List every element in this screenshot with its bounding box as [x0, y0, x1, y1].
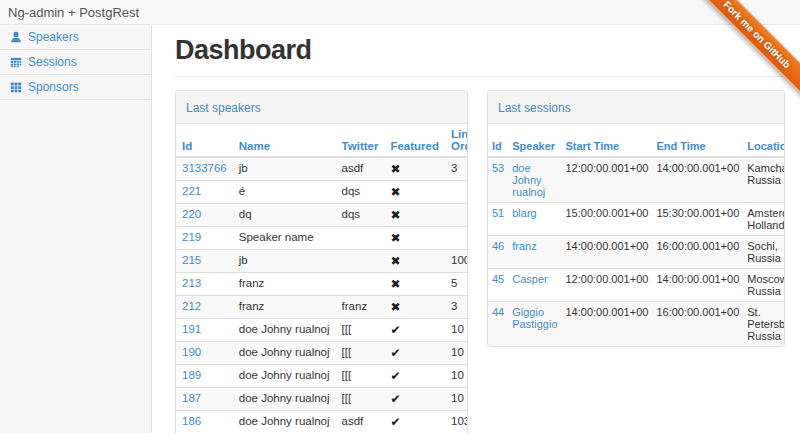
session-end-cell: 14:00:00.001+00 — [652, 157, 743, 203]
session-speaker-link[interactable]: doe Johny rualnoj — [512, 162, 545, 198]
column-header[interactable]: Start Time — [562, 124, 653, 157]
speaker-id-cell: 3133766 — [176, 157, 233, 181]
session-id-link[interactable]: 51 — [492, 207, 504, 219]
speaker-id-link[interactable]: 3133766 — [182, 162, 227, 174]
speaker-twitter-cell — [336, 273, 385, 296]
speaker-id-link[interactable]: 220 — [182, 208, 201, 220]
session-start-cell: 14:00:00.001+00 — [562, 302, 653, 347]
session-speaker-link[interactable]: Casper — [512, 273, 547, 285]
session-start-cell: 12:00:00.001+00 — [562, 269, 653, 302]
session-row: 46franz14:00:00.001+0016:00:00.001+00Soc… — [488, 236, 785, 269]
column-header[interactable]: Speaker — [508, 124, 561, 157]
column-header[interactable]: Lineup Order — [445, 124, 468, 157]
speaker-featured-cell: ✔ — [384, 342, 445, 365]
speaker-twitter-cell: asdf — [336, 157, 385, 181]
speaker-id-link[interactable]: 191 — [182, 323, 201, 335]
column-header[interactable]: Location — [743, 124, 785, 157]
session-row: 51blarg15:00:00.001+0015:30:00.001+00Ams… — [488, 203, 785, 236]
speaker-id-link[interactable]: 212 — [182, 300, 201, 312]
sidebar-item-speakers[interactable]: Speakers — [0, 25, 151, 50]
session-location-cell: Sochi, Russia — [743, 236, 785, 269]
speaker-featured-cell: ✖ — [384, 273, 445, 296]
speaker-twitter-cell — [336, 227, 385, 250]
column-header[interactable]: Id — [176, 124, 233, 157]
speaker-twitter-cell: franz — [336, 296, 385, 319]
session-end-cell: 16:00:00.001+00 — [652, 236, 743, 269]
speaker-featured-cell: ✖ — [384, 250, 445, 273]
last-sessions-link[interactable]: Last sessions — [498, 101, 571, 115]
sidebar-item-sessions[interactable]: Sessions — [0, 50, 151, 75]
last-sessions-table: IdSpeakerStart TimeEnd TimeLocationSessi… — [488, 124, 785, 346]
speaker-row: 212franzfranz✖3 — [176, 296, 468, 319]
session-row: 45Casper12:00:00.001+0014:00:00.001+00Mo… — [488, 269, 785, 302]
speaker-name-cell: doe Johny rualnoj — [233, 342, 336, 365]
session-speaker-link[interactable]: blarg — [512, 207, 536, 219]
speaker-id-link[interactable]: 186 — [182, 415, 201, 427]
session-location-cell: Kamchatka, Russia — [743, 157, 785, 203]
check-icon: ✔ — [390, 369, 400, 383]
grid-icon — [10, 81, 22, 93]
speaker-lineup-cell — [445, 181, 468, 204]
speaker-lineup-cell — [445, 227, 468, 250]
speaker-twitter-cell: [[[ — [336, 388, 385, 411]
speaker-row: 215jb✖100000 — [176, 250, 468, 273]
speaker-id-link[interactable]: 190 — [182, 346, 201, 358]
speaker-row: 221édqs✖ — [176, 181, 468, 204]
speakers-header-row: IdNameTwitterFeaturedLineup Order — [176, 124, 468, 157]
speaker-featured-cell: ✖ — [384, 227, 445, 250]
speaker-lineup-cell: 10 — [445, 365, 468, 388]
speaker-lineup-cell: 10 — [445, 388, 468, 411]
speaker-lineup-cell: 5 — [445, 273, 468, 296]
session-speaker-cell: franz — [508, 236, 561, 269]
speaker-name-cell: dq — [233, 204, 336, 227]
session-start-cell: 12:00:00.001+00 — [562, 157, 653, 203]
speaker-id-cell: 221 — [176, 181, 233, 204]
user-icon — [10, 31, 22, 43]
session-id-cell: 46 — [488, 236, 508, 269]
check-icon: ✔ — [390, 323, 400, 337]
speaker-twitter-cell: [[[ — [336, 319, 385, 342]
speaker-name-cell: doe Johny rualnoj — [233, 365, 336, 388]
session-id-link[interactable]: 53 — [492, 162, 504, 174]
session-id-link[interactable]: 46 — [492, 240, 504, 252]
column-header[interactable]: Twitter — [336, 124, 385, 157]
speaker-lineup-cell — [445, 204, 468, 227]
speaker-twitter-cell: dqs — [336, 204, 385, 227]
navbar-brand[interactable]: Ng-admin + PostgRest — [8, 5, 139, 20]
sidebar-item-sponsors[interactable]: Sponsors — [0, 75, 151, 100]
session-speaker-link[interactable]: franz — [512, 240, 536, 252]
calendar-icon — [10, 56, 22, 68]
last-speakers-panel: Last speakers IdNameTwitterFeaturedLineu… — [175, 90, 468, 433]
x-icon: ✖ — [390, 162, 400, 176]
column-header[interactable]: Name — [233, 124, 336, 157]
session-speaker-link[interactable]: Giggio Pastiggio — [512, 306, 557, 330]
session-id-link[interactable]: 44 — [492, 306, 504, 318]
session-end-cell: 15:30:00.001+00 — [652, 203, 743, 236]
speaker-id-cell: 213 — [176, 273, 233, 296]
speaker-id-link[interactable]: 187 — [182, 392, 201, 404]
speaker-id-link[interactable]: 215 — [182, 254, 201, 266]
speaker-featured-cell: ✔ — [384, 411, 445, 433]
session-location-cell: Amsterdam, Holland — [743, 203, 785, 236]
speaker-id-cell: 190 — [176, 342, 233, 365]
speaker-twitter-cell: asdf — [336, 411, 385, 433]
top-navbar: Ng-admin + PostgRest — [0, 0, 800, 25]
last-speakers-link[interactable]: Last speakers — [186, 101, 261, 115]
speaker-lineup-cell: 103 — [445, 411, 468, 433]
speaker-id-link[interactable]: 221 — [182, 185, 201, 197]
speaker-row: 186doe Johny rualnojasdf✔103 — [176, 411, 468, 433]
speaker-featured-cell: ✖ — [384, 204, 445, 227]
speaker-id-link[interactable]: 213 — [182, 277, 201, 289]
column-header[interactable]: Featured — [384, 124, 445, 157]
x-icon: ✖ — [390, 300, 400, 314]
speaker-featured-cell: ✔ — [384, 319, 445, 342]
column-header[interactable]: End Time — [652, 124, 743, 157]
speaker-row: 220dqdqs✖ — [176, 204, 468, 227]
speaker-name-cell: franz — [233, 296, 336, 319]
speaker-id-link[interactable]: 189 — [182, 369, 201, 381]
speaker-row: 213franz✖5 — [176, 273, 468, 296]
session-id-link[interactable]: 45 — [492, 273, 504, 285]
speaker-id-cell: 215 — [176, 250, 233, 273]
speaker-id-link[interactable]: 219 — [182, 231, 201, 243]
column-header[interactable]: Id — [488, 124, 508, 157]
